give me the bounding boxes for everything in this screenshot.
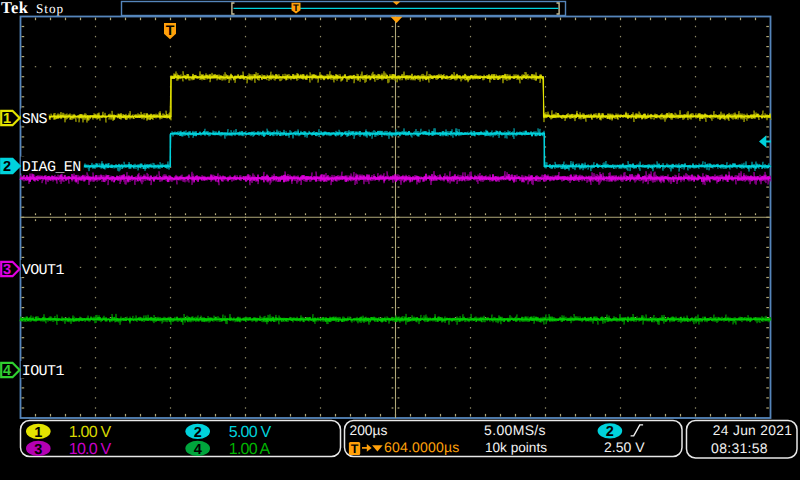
svg-text:1: 1 (34, 425, 42, 441)
svg-text:3: 3 (34, 442, 42, 458)
svg-text:10.0 V: 10.0 V (69, 441, 112, 458)
svg-text:4: 4 (194, 442, 202, 458)
svg-text:T: T (351, 442, 359, 456)
svg-text:24 Jun 2021: 24 Jun 2021 (713, 423, 792, 438)
svg-text:VOUT1: VOUT1 (22, 262, 65, 279)
svg-text:IOUT1: IOUT1 (22, 363, 65, 380)
svg-text:1.00 A: 1.00 A (229, 441, 271, 458)
svg-text:3: 3 (3, 262, 11, 278)
svg-text:2: 2 (194, 425, 202, 441)
svg-text:10k points: 10k points (485, 440, 547, 455)
svg-text:2.50 V: 2.50 V (604, 439, 645, 455)
svg-text:1: 1 (3, 111, 11, 127)
svg-text:T: T (293, 3, 299, 14)
svg-text:4: 4 (3, 363, 11, 379)
svg-text:604.0000µs: 604.0000µs (384, 439, 459, 455)
svg-text:2: 2 (3, 159, 11, 175)
svg-text:5.00 V: 5.00 V (229, 424, 272, 441)
svg-text:T: T (166, 22, 175, 38)
svg-text:Stop: Stop (36, 1, 64, 16)
svg-text:5.00MS/s: 5.00MS/s (484, 422, 546, 438)
svg-text:DIAG_EN: DIAG_EN (22, 159, 81, 176)
svg-text:1.00 V: 1.00 V (69, 424, 112, 441)
svg-text:08:31:58: 08:31:58 (711, 440, 768, 456)
svg-text:2: 2 (606, 424, 614, 440)
svg-text:Tek: Tek (1, 0, 29, 17)
svg-text:SNS: SNS (22, 111, 48, 128)
svg-text:200µs: 200µs (350, 423, 388, 438)
